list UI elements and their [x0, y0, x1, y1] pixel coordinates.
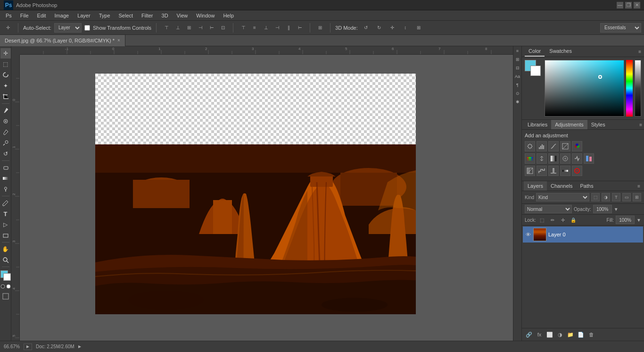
panel-icon-3[interactable]: Aa	[514, 73, 521, 80]
3d-slide-icon[interactable]: ↕	[400, 23, 411, 33]
screen-mode-button[interactable]	[2, 293, 9, 301]
marquee-tool-button[interactable]: ⬚	[0, 59, 11, 69]
menu-ps[interactable]: Ps	[2, 12, 16, 19]
spot-heal-button[interactable]	[0, 116, 11, 126]
layers-panel-expand[interactable]: ≡	[636, 182, 642, 191]
align-hcenter-icon[interactable]: ⊢	[206, 23, 217, 33]
dodge-button[interactable]	[0, 184, 11, 194]
tab-adjustments[interactable]: Adjustments	[551, 120, 587, 129]
dist-bottom-icon[interactable]: ⊥	[261, 23, 271, 33]
color-picker-handle[interactable]	[598, 75, 602, 79]
menu-image[interactable]: Image	[51, 12, 73, 19]
3d-roll-icon[interactable]: ↻	[374, 23, 384, 33]
brightness-adj[interactable]	[525, 141, 535, 151]
align-right-icon[interactable]: ⊡	[218, 23, 228, 33]
color-gradient-field[interactable]	[545, 60, 624, 116]
curves-adj[interactable]	[548, 141, 559, 151]
lock-transparent-btn[interactable]: ⬚	[538, 216, 546, 224]
move-tool-button[interactable]: ✛	[0, 48, 11, 59]
layer-kind-dropdown[interactable]: Kind Name Effect	[536, 193, 589, 201]
path-select-button[interactable]: ▷	[0, 219, 11, 230]
tab-libraries[interactable]: Libraries	[524, 120, 551, 129]
fg-bg-colors[interactable]	[525, 60, 542, 77]
status-expand-btn[interactable]: ▶	[78, 344, 81, 349]
link-layers-btn[interactable]: 🔗	[525, 330, 533, 339]
panel-icon-2[interactable]: ⊟	[514, 64, 521, 72]
status-info-btn[interactable]: ▶	[24, 344, 32, 350]
new-layer-btn[interactable]: 📄	[577, 330, 585, 339]
panel-icon-6[interactable]: ✱	[514, 98, 521, 106]
clone-stamp-button[interactable]	[0, 138, 11, 148]
add-style-btn[interactable]: fx	[535, 330, 544, 339]
menu-3d[interactable]: 3D	[158, 12, 172, 19]
gradient-button[interactable]	[0, 173, 11, 184]
opacity-input[interactable]	[593, 205, 612, 213]
menu-window[interactable]: Window	[192, 12, 218, 19]
color-gradient-box[interactable]	[545, 60, 624, 117]
workspace-dropdown[interactable]: Essentials Design Painting Photography	[600, 23, 641, 33]
eraser-button[interactable]	[0, 162, 11, 173]
lock-paint-btn[interactable]: ✏	[548, 216, 557, 224]
type-button[interactable]: T	[0, 209, 11, 219]
tab-styles[interactable]: Styles	[587, 120, 609, 129]
show-transform-checkbox[interactable]	[84, 25, 90, 31]
dist-left-icon[interactable]: ⊣	[272, 23, 282, 33]
gradient-map-adj[interactable]	[560, 166, 570, 176]
maximize-button[interactable]: ❐	[625, 2, 632, 8]
shape-button[interactable]	[0, 230, 11, 241]
window-controls[interactable]: — ❐ ✕	[617, 2, 640, 8]
delete-layer-btn[interactable]: 🗑	[587, 330, 595, 339]
menu-view[interactable]: View	[173, 12, 192, 19]
menu-file[interactable]: File	[17, 12, 33, 19]
3d-pan-icon[interactable]: ✛	[387, 23, 397, 33]
channel-mixer-adj[interactable]	[572, 153, 582, 164]
tab-layers[interactable]: Layers	[524, 181, 547, 191]
tab-color[interactable]: Color	[525, 46, 545, 57]
adj-panel-expand[interactable]: ≡	[639, 122, 642, 127]
eyedropper-button[interactable]	[0, 105, 11, 116]
background-color[interactable]	[3, 273, 11, 281]
new-group-btn[interactable]: 📁	[566, 330, 575, 339]
move-options-icon[interactable]: ✛	[3, 23, 13, 33]
opacity-arrow[interactable]: ▼	[614, 207, 619, 212]
posterize-adj[interactable]	[537, 166, 547, 176]
levels-adj[interactable]	[537, 141, 547, 151]
color-balance-adj[interactable]	[537, 153, 547, 164]
panel-icon-1[interactable]: ⊞	[514, 56, 521, 63]
layer-filter-pixel[interactable]: ⬚	[591, 193, 600, 201]
zoom-button[interactable]	[0, 255, 11, 265]
invert-adj[interactable]	[525, 166, 535, 176]
panel-icon-4[interactable]: ¶	[514, 81, 521, 89]
3d-scale-icon[interactable]: ⊞	[413, 23, 424, 33]
tab-paths[interactable]: Paths	[577, 181, 597, 191]
menu-layer[interactable]: Layer	[74, 12, 94, 19]
layer-filter-smartobj[interactable]: ⊞	[633, 193, 641, 201]
tab-channels[interactable]: Channels	[547, 181, 576, 191]
align-bottom-icon[interactable]: ⊞	[184, 23, 194, 33]
close-button[interactable]: ✕	[634, 2, 640, 8]
quick-mask-button[interactable]	[0, 283, 11, 291]
background-color-swatch[interactable]	[530, 66, 541, 76]
lock-position-btn[interactable]: ✛	[559, 216, 567, 224]
document-tab[interactable]: Desert.jpg @ 66.7% (Layer 0, RGB/8#/CMYK…	[0, 35, 125, 46]
threshold-adj[interactable]	[548, 166, 559, 176]
menu-type[interactable]: Type	[95, 12, 114, 19]
align-vcenter-icon[interactable]: ⊥	[173, 23, 183, 33]
history-brush-button[interactable]: ↺	[0, 149, 11, 159]
tab-close-button[interactable]: ×	[117, 38, 120, 43]
lasso-tool-button[interactable]	[0, 70, 11, 80]
align-left-icon[interactable]: ⊣	[195, 23, 206, 33]
add-mask-btn[interactable]: ⬜	[545, 330, 554, 339]
auto-select-dropdown[interactable]: Layer Group	[54, 23, 82, 33]
menu-edit[interactable]: Edit	[33, 12, 50, 19]
magic-wand-button[interactable]: ✦	[0, 81, 11, 91]
color-panel-expand[interactable]: ≡	[638, 49, 641, 54]
new-adjustment-btn[interactable]: ◑	[556, 330, 564, 339]
color-value-strip[interactable]	[635, 60, 641, 117]
hand-button[interactable]: ✋	[0, 244, 11, 254]
panel-toggle-btn[interactable]: ≡	[514, 47, 521, 55]
pen-button[interactable]	[0, 198, 11, 208]
layer-item-0[interactable]: 👁 Layer 0	[523, 226, 643, 243]
3d-rotate-icon[interactable]: ↺	[361, 23, 371, 33]
dist-hcenter-icon[interactable]: ∥	[283, 23, 294, 33]
